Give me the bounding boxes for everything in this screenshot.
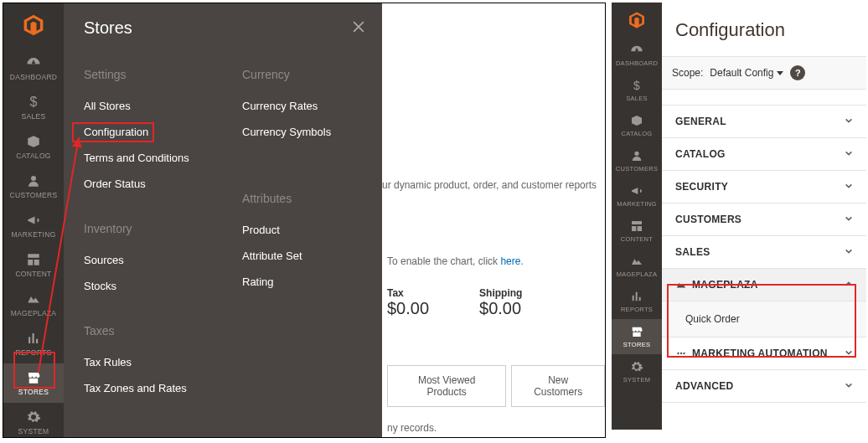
sidebar-item-content[interactable]: CONTENT xyxy=(3,245,64,285)
flyout-title: Stores xyxy=(84,18,367,38)
help-icon[interactable]: ? xyxy=(790,65,805,80)
sidebar-label: CUSTOMERS xyxy=(10,191,58,199)
sidebar-label: CUSTOMERS xyxy=(616,165,658,173)
sidebar-item-sales[interactable]: $SALES xyxy=(612,73,662,108)
sidebar-label: REPORTS xyxy=(15,348,51,357)
sidebar-item-catalog[interactable]: CATALOG xyxy=(612,108,662,143)
flyout-link-currency-symbols[interactable]: Currency Symbols xyxy=(242,119,367,145)
admin-sidebar-left: DASHBOARD $SALES CATALOG CUSTOMERS MARKE… xyxy=(3,3,64,437)
tab-label: MAGEPLAZA xyxy=(692,279,758,291)
tab-label: CATALOG xyxy=(675,148,726,160)
sidebar-item-marketing[interactable]: MARKETING xyxy=(612,178,662,214)
tab-most-viewed[interactable]: Most Viewed Products xyxy=(387,365,506,407)
sidebar-label: SALES xyxy=(22,112,46,121)
config-tabs: GENERAL CATALOG SECURITY CUSTOMERS SALES… xyxy=(662,105,866,403)
sidebar-item-system[interactable]: SYSTEM xyxy=(612,354,662,389)
sidebar-label: MAGEPLAZA xyxy=(617,270,658,278)
dashboard-main: ur dynamic product, order, and customer … xyxy=(382,3,605,437)
sidebar-label: STORES xyxy=(18,388,49,396)
tab-new-customers[interactable]: New Customers xyxy=(511,365,605,407)
flyout-link-tax-zones[interactable]: Tax Zones and Rates xyxy=(84,375,209,401)
magento-logo-icon xyxy=(628,11,646,29)
sidebar-label: CATALOG xyxy=(622,130,653,137)
sidebar-label: CATALOG xyxy=(16,152,50,160)
mageplaza-icon xyxy=(630,255,643,268)
sidebar-label: SYSTEM xyxy=(18,427,49,435)
sidebar-item-catalog[interactable]: CATALOG xyxy=(3,127,64,167)
sidebar-item-system[interactable]: SYSTEM xyxy=(3,403,64,438)
person-icon xyxy=(630,149,643,162)
sidebar-item-dashboard[interactable]: DASHBOARD xyxy=(3,49,64,88)
flyout-heading-attributes: Attributes xyxy=(242,187,367,205)
sidebar-item-marketing[interactable]: MARKETING xyxy=(3,206,64,245)
page-title: Configuration xyxy=(662,3,866,56)
scope-selector[interactable]: Default Config xyxy=(710,67,783,79)
chevron-down-icon xyxy=(845,214,853,225)
flyout-link-configuration[interactable]: Configuration xyxy=(84,119,209,145)
sidebar-label: MARKETING xyxy=(617,200,656,208)
config-sub-mageplaza: Quick Order xyxy=(662,301,866,337)
chevron-down-icon xyxy=(845,148,853,160)
flyout-link-stocks[interactable]: Stocks xyxy=(84,273,209,299)
svg-point-1 xyxy=(677,353,679,354)
flyout-heading-inventory: Inventory xyxy=(84,217,209,235)
config-tab-security[interactable]: SECURITY xyxy=(662,171,866,203)
tab-label: ADVANCED xyxy=(675,380,734,392)
scope-switcher: Scope: Default Config ? xyxy=(662,56,866,90)
chevron-down-icon xyxy=(845,380,853,392)
sidebar-item-reports[interactable]: REPORTS xyxy=(612,284,662,319)
flyout-link-tax-rules[interactable]: Tax Rules xyxy=(84,349,209,375)
svg-point-3 xyxy=(683,353,685,354)
close-icon[interactable] xyxy=(350,18,367,35)
flyout-link-currency-rates[interactable]: Currency Rates xyxy=(242,93,367,119)
chart-enable-link[interactable]: here xyxy=(500,255,520,267)
scope-label: Scope: xyxy=(672,67,703,79)
sidebar-item-customers[interactable]: CUSTOMERS xyxy=(3,167,64,206)
sidebar-item-customers[interactable]: CUSTOMERS xyxy=(612,143,662,178)
flyout-link-terms-conditions[interactable]: Terms and Conditions xyxy=(84,145,209,171)
flyout-link-rating[interactable]: Rating xyxy=(242,269,367,295)
megaphone-icon xyxy=(630,184,643,198)
magento-logo-icon xyxy=(22,13,45,37)
sidebar-item-reports[interactable]: REPORTS xyxy=(3,324,64,363)
chevron-down-icon xyxy=(845,116,853,127)
sidebar-label: CONTENT xyxy=(15,270,51,278)
config-tab-marketing-automation[interactable]: MARKETING AUTOMATION xyxy=(662,337,866,370)
svg-point-2 xyxy=(680,353,682,354)
config-tab-advanced[interactable]: ADVANCED xyxy=(662,370,866,402)
caret-down-icon xyxy=(777,71,783,75)
sidebar-label: MARKETING xyxy=(11,230,55,239)
flyout-link-all-stores[interactable]: All Stores xyxy=(84,93,209,119)
config-link-quick-order[interactable]: Quick Order xyxy=(662,301,866,337)
chevron-up-icon xyxy=(845,279,853,291)
config-tab-general[interactable]: GENERAL xyxy=(662,106,866,138)
flyout-link-attribute-set[interactable]: Attribute Set xyxy=(242,243,367,269)
sidebar-item-mageplaza[interactable]: MAGEPLAZA xyxy=(612,249,662,284)
flyout-link-sources[interactable]: Sources xyxy=(84,247,209,273)
admin-sidebar-right: DASHBOARD $SALES CATALOG CUSTOMERS MARKE… xyxy=(612,3,662,430)
sidebar-item-stores[interactable]: STORES xyxy=(3,363,64,403)
config-tab-customers[interactable]: CUSTOMERS xyxy=(662,203,866,236)
store-icon xyxy=(630,325,643,338)
sidebar-item-mageplaza[interactable]: MAGEPLAZA xyxy=(3,285,64,324)
sidebar-label: REPORTS xyxy=(621,306,653,313)
panel-stores-flyout: DASHBOARD $SALES CATALOG CUSTOMERS MARKE… xyxy=(3,3,606,438)
flyout-link-order-status[interactable]: Order Status xyxy=(84,171,209,197)
chevron-down-icon xyxy=(845,246,853,258)
config-tab-catalog[interactable]: CATALOG xyxy=(662,138,866,171)
sidebar-item-dashboard[interactable]: DASHBOARD xyxy=(612,38,662,73)
sidebar-item-sales[interactable]: $SALES xyxy=(3,88,64,127)
chevron-down-icon xyxy=(845,348,853,359)
mageplaza-icon xyxy=(675,279,687,291)
bar-chart-icon xyxy=(26,331,41,346)
bar-chart-icon xyxy=(630,290,643,303)
sidebar-item-content[interactable]: CONTENT xyxy=(612,214,662,249)
person-icon xyxy=(26,173,41,188)
gear-icon xyxy=(26,410,41,425)
sidebar-item-stores[interactable]: STORES xyxy=(612,319,662,354)
config-tab-mageplaza[interactable]: MAGEPLAZA xyxy=(662,269,866,301)
config-tab-sales[interactable]: SALES xyxy=(662,236,866,269)
flyout-link-product[interactable]: Product xyxy=(242,217,367,243)
flyout-heading-settings: Settings xyxy=(84,63,209,81)
sidebar-label: DASHBOARD xyxy=(10,73,58,81)
